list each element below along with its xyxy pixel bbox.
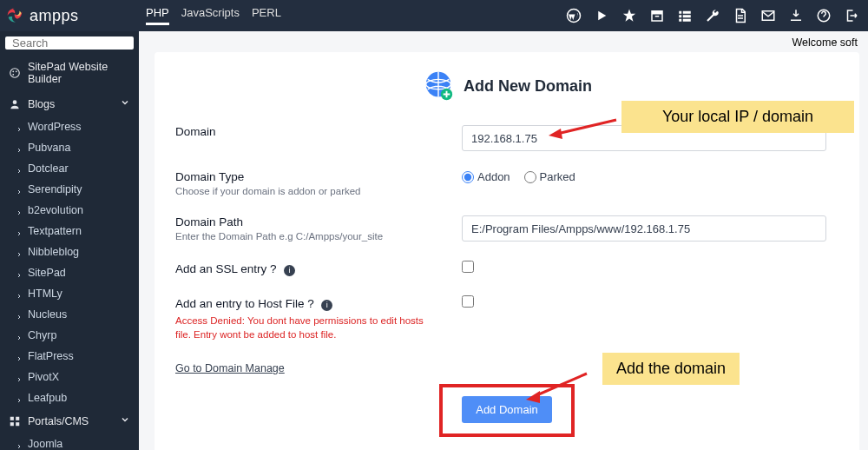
sidebar-cat-blogs[interactable]: Blogs	[0, 91, 139, 116]
list-icon[interactable]	[677, 8, 693, 23]
sidebar-item-label: b2evolution	[28, 204, 83, 216]
sidebar-item-pivotx[interactable]: PivotX	[0, 367, 139, 387]
chevron-right-icon	[16, 332, 23, 339]
palette-icon	[9, 67, 21, 79]
domain-path-input[interactable]	[462, 215, 826, 242]
sidebar-cat-portals[interactable]: Portals/CMS	[0, 408, 139, 433]
star-icon[interactable]	[621, 8, 637, 23]
search-input[interactable]	[12, 36, 139, 50]
tab-perl[interactable]: PERL	[252, 6, 281, 25]
logout-icon[interactable]	[844, 8, 859, 23]
chevron-right-icon	[16, 123, 23, 130]
sidebar-item-nucleus[interactable]: Nucleus	[0, 304, 139, 325]
svg-rect-18	[10, 416, 14, 420]
callout-ip: Your local IP / domain	[621, 101, 854, 133]
sidebar-item-label: PivotX	[28, 371, 59, 383]
sidebar-item-label: Joomla	[28, 438, 62, 450]
svg-rect-21	[16, 422, 19, 426]
radio-addon[interactable]: Addon	[462, 170, 510, 183]
play-icon[interactable]	[594, 8, 609, 23]
chevron-right-icon	[16, 248, 23, 255]
ssl-checkbox[interactable]	[462, 261, 474, 273]
tab-php[interactable]: PHP	[146, 6, 169, 25]
svg-rect-9	[683, 19, 691, 22]
svg-point-17	[13, 100, 17, 104]
sidebar-item-joomla[interactable]: Joomla	[0, 433, 139, 450]
top-tabs: PHP JavaScripts PERL	[146, 6, 281, 25]
hosts-checkbox[interactable]	[462, 295, 474, 308]
svg-marker-25	[526, 391, 540, 403]
callout-add: Add the domain	[602, 353, 740, 385]
domain-type-label: Domain Type	[175, 170, 444, 183]
domain-manage-link[interactable]: Go to Domain Manage	[175, 362, 285, 374]
svg-rect-1	[651, 10, 663, 13]
arrow-annotation	[524, 370, 589, 405]
tab-javascripts[interactable]: JavaScripts	[181, 6, 240, 25]
domain-path-label: Domain Path	[175, 215, 444, 228]
sidebar-item-label: Textpattern	[28, 225, 82, 237]
sidebar-item-sitepad[interactable]: SitePad	[0, 262, 139, 283]
chevron-right-icon	[16, 353, 23, 360]
sidebar-item-label: Serendipity	[28, 183, 82, 195]
sidebar-item-label: HTMLy	[28, 288, 62, 300]
person-icon	[9, 98, 21, 110]
wrench-icon[interactable]	[705, 8, 720, 23]
document-icon[interactable]	[733, 8, 748, 23]
radio-parked[interactable]: Parked	[524, 170, 575, 183]
sidebar-item-wordpress[interactable]: WordPress	[0, 116, 139, 137]
chevron-right-icon	[16, 394, 23, 401]
sidebar-label: Portals/CMS	[28, 415, 89, 427]
logo[interactable]: ampps	[5, 6, 139, 25]
sidebar-item-chyrp[interactable]: Chyrp	[0, 325, 139, 346]
sidebar-item-b2evolution[interactable]: b2evolution	[0, 200, 139, 221]
page-title: Add New Domain	[175, 69, 838, 103]
hosts-error: Access Denied: You dont have permissions…	[175, 314, 436, 341]
wordpress-icon[interactable]	[566, 8, 582, 23]
sidebar-item-dotclear[interactable]: Dotclear	[0, 158, 139, 179]
ampps-logo-icon	[5, 6, 24, 25]
sidebar-item-serendipity[interactable]: Serendipity	[0, 179, 139, 200]
archive-icon[interactable]	[649, 8, 665, 23]
hosts-label: Add an entry to Host File ?	[175, 297, 314, 310]
search-box[interactable]	[5, 36, 134, 50]
sidebar-item-leafpub[interactable]: Leafpub	[0, 387, 139, 408]
chevron-right-icon	[16, 144, 23, 151]
sidebar-item-textpattern[interactable]: Textpattern	[0, 221, 139, 242]
help-icon[interactable]	[816, 8, 832, 23]
content-card: Your local IP / domain Add the domain Ad…	[155, 52, 859, 450]
info-icon[interactable]: i	[321, 300, 332, 311]
svg-line-24	[535, 374, 587, 396]
svg-rect-8	[679, 19, 681, 22]
download-icon[interactable]	[788, 8, 804, 23]
svg-rect-20	[10, 422, 14, 426]
chevron-right-icon	[16, 207, 23, 214]
sidebar-item-nibbleblog[interactable]: Nibbleblog	[0, 242, 139, 262]
svg-rect-3	[655, 16, 660, 17]
sidebar-label: SitePad Website Builder	[28, 61, 130, 85]
main-content: Welcome soft Your local IP / domain Add …	[139, 31, 868, 450]
svg-point-13	[10, 69, 20, 78]
svg-point-15	[16, 70, 17, 72]
svg-rect-2	[652, 14, 662, 21]
ssl-label: Add an SSL entry ?	[175, 262, 277, 275]
topbar: ampps PHP JavaScripts PERL	[0, 0, 868, 31]
sidebar-item-flatpress[interactable]: FlatPress	[0, 346, 139, 367]
sidebar-item-pubvana[interactable]: Pubvana	[0, 137, 139, 158]
sidebar-item-label: Dotclear	[28, 162, 69, 175]
svg-rect-19	[16, 416, 19, 420]
sidebar-item-label: FlatPress	[28, 350, 74, 362]
svg-rect-4	[679, 11, 681, 14]
arrow-annotation	[549, 116, 618, 141]
globe-add-icon	[422, 69, 455, 103]
grid-icon	[9, 415, 21, 427]
svg-rect-7	[683, 15, 691, 17]
page-heading: Add New Domain	[464, 77, 592, 96]
sidebar-cat-sitepad[interactable]: SitePad Website Builder	[0, 55, 139, 91]
mail-icon[interactable]	[760, 8, 776, 23]
info-icon[interactable]: i	[284, 265, 295, 276]
sidebar-item-htmly[interactable]: HTMLy	[0, 283, 139, 304]
sidebar-item-label: Chyrp	[28, 329, 56, 341]
svg-rect-6	[679, 15, 681, 17]
svg-line-22	[557, 120, 616, 134]
logo-text: ampps	[30, 7, 79, 25]
